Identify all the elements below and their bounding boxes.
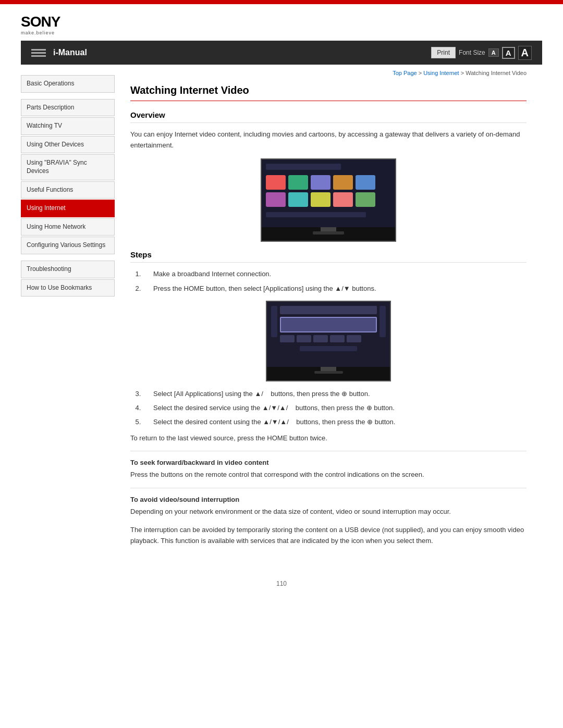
font-medium-button[interactable]: A bbox=[502, 47, 515, 59]
toolbar-title: i-Manual bbox=[53, 48, 431, 57]
step-2: Press the HOME button, then select [Appl… bbox=[143, 283, 527, 294]
font-large-button[interactable]: A bbox=[518, 46, 532, 60]
sony-logo-text: SONY bbox=[21, 14, 60, 30]
interrupt-heading: To avoid video/sound interruption bbox=[130, 496, 527, 503]
steps-heading: Steps bbox=[130, 250, 527, 263]
forward-heading: To seek forward/backward in video conten… bbox=[130, 459, 527, 466]
interrupt-text-2: The interruption can be avoided by tempo… bbox=[130, 525, 527, 547]
step-4: Select the desired service using the ▲/▼… bbox=[143, 403, 527, 414]
sidebar-item-basic-operations[interactable]: Basic Operations bbox=[21, 75, 115, 93]
sidebar: Basic Operations Parts Description Watch… bbox=[21, 65, 115, 570]
return-note: To return to the last viewed source, pre… bbox=[130, 433, 527, 444]
logo-bar: SONY make.believe bbox=[0, 4, 563, 41]
steps-list: Make a broadband Internet connection. Pr… bbox=[130, 269, 527, 295]
interrupt-text-1: Depending on your network environment or… bbox=[130, 507, 527, 517]
step-1: Make a broadband Internet connection. bbox=[143, 269, 527, 280]
toolbar: i-Manual Print Font Size A A A bbox=[21, 41, 542, 65]
breadcrumb-top[interactable]: Top Page bbox=[393, 70, 417, 76]
font-size-label: Font Size bbox=[459, 49, 485, 56]
page-title: Watching Internet Video bbox=[130, 84, 527, 101]
tv-screenshot-1 bbox=[261, 158, 396, 242]
breadcrumb: Top Page > Using Internet > Watching Int… bbox=[130, 70, 527, 78]
menu-icon bbox=[31, 49, 46, 57]
print-button[interactable]: Print bbox=[431, 47, 456, 58]
sidebar-item-using-internet[interactable]: Using Internet bbox=[21, 200, 115, 217]
overview-text: You can enjoy Internet video content, in… bbox=[130, 129, 527, 151]
toolbar-right: Print Font Size A A A bbox=[431, 46, 532, 60]
sidebar-item-configuring-settings[interactable]: Configuring Various Settings bbox=[21, 237, 115, 254]
sidebar-item-using-other-devices[interactable]: Using Other Devices bbox=[21, 136, 115, 154]
sidebar-item-using-home-network[interactable]: Using Home Network bbox=[21, 218, 115, 236]
footer: 110 bbox=[0, 570, 563, 593]
sidebar-item-useful-functions[interactable]: Useful Functions bbox=[21, 181, 115, 199]
red-top-bar bbox=[0, 0, 563, 4]
step-3: Select [All Applications] using the ▲/ b… bbox=[143, 389, 527, 400]
font-small-button[interactable]: A bbox=[488, 48, 499, 57]
breadcrumb-current: Watching Internet Video bbox=[466, 70, 527, 76]
page-number: 110 bbox=[276, 580, 287, 587]
overview-heading: Overview bbox=[130, 110, 527, 123]
page-layout: Basic Operations Parts Description Watch… bbox=[21, 65, 542, 570]
sidebar-item-troubleshooting[interactable]: Troubleshooting bbox=[21, 261, 115, 278]
tv-screenshot-2 bbox=[266, 301, 391, 381]
sony-tagline: make.believe bbox=[21, 30, 60, 35]
steps-list-2: Select [All Applications] using the ▲/ b… bbox=[130, 389, 527, 427]
breadcrumb-using-internet[interactable]: Using Internet bbox=[423, 70, 459, 76]
main-content: Top Page > Using Internet > Watching Int… bbox=[115, 65, 542, 570]
sidebar-item-bravia-sync[interactable]: Using "BRAVIA" Sync Devices bbox=[21, 154, 115, 180]
step-5: Select the desired content using the ▲/▼… bbox=[143, 417, 527, 428]
sidebar-item-bookmarks[interactable]: How to Use Bookmarks bbox=[21, 279, 115, 297]
sidebar-item-parts-description[interactable]: Parts Description bbox=[21, 99, 115, 117]
forward-text: Press the buttons on the remote control … bbox=[130, 470, 527, 480]
sony-logo: SONY make.believe bbox=[21, 14, 60, 35]
sidebar-item-watching-tv[interactable]: Watching TV bbox=[21, 117, 115, 135]
